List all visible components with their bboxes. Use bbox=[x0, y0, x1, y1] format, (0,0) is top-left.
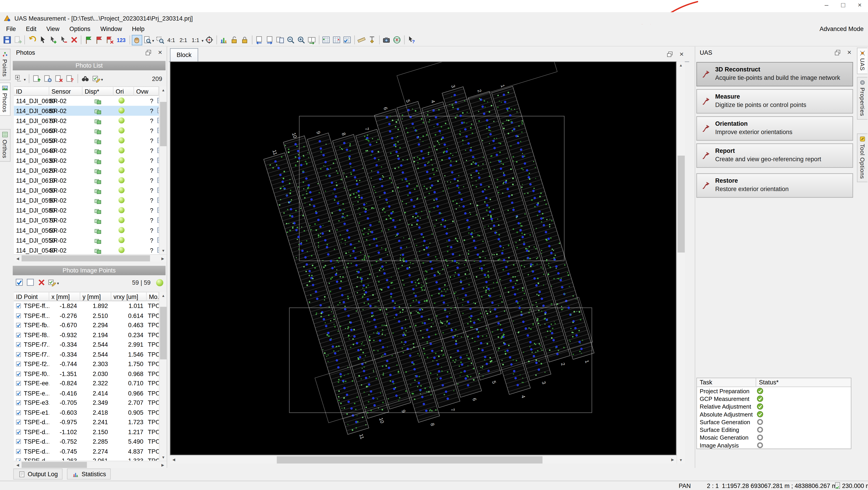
overview-icon[interactable] bbox=[157, 147, 159, 154]
point-row[interactable]: TSPE-f0... -1.351 2.030 0.968 TPO bbox=[14, 369, 159, 379]
close-button[interactable]: × bbox=[851, 0, 868, 11]
scroll-up-icon[interactable] bbox=[159, 292, 167, 299]
toolbar-zoom-2-1-icon[interactable]: 2:1 bbox=[177, 35, 189, 45]
toolbar-zoom-out-icon[interactable] bbox=[285, 35, 296, 45]
photo-row[interactable]: 114_DJI_0610 SR-02 ? bbox=[14, 176, 159, 185]
dropdown-caret-icon[interactable] bbox=[101, 75, 103, 82]
column-header[interactable]: ID Point bbox=[14, 293, 49, 301]
point-row[interactable]: TSPE-d... -1.263 2.061 1.333 TPO bbox=[14, 456, 159, 461]
display-icon[interactable] bbox=[83, 215, 114, 225]
photo-list-scrollbar-vertical[interactable] bbox=[159, 86, 166, 254]
toolbar-image-prev-icon[interactable] bbox=[254, 35, 265, 45]
toolbar-images-sync-icon[interactable] bbox=[307, 35, 317, 45]
minimize-button[interactable]: – bbox=[818, 0, 835, 11]
left-dock-tab[interactable]: Points bbox=[0, 49, 11, 80]
menu-item[interactable]: Window bbox=[95, 24, 127, 34]
scrollbar-thumb[interactable] bbox=[160, 102, 166, 146]
toolbar-select-icon[interactable] bbox=[37, 35, 48, 45]
toolbar-zoom-in-icon[interactable] bbox=[296, 35, 307, 45]
display-icon[interactable] bbox=[83, 116, 114, 126]
display-icon[interactable] bbox=[83, 136, 114, 146]
scrollbar-thumb[interactable] bbox=[22, 462, 87, 468]
point-checkbox[interactable] bbox=[16, 380, 22, 387]
point-row[interactable]: TSPE-e1... -0.603 2.418 0.905 TPO bbox=[14, 408, 159, 418]
point-checkbox[interactable] bbox=[16, 439, 22, 445]
point-row[interactable]: TSPE-d... -0.745 2.274 4.837 TPO bbox=[14, 447, 159, 456]
point-row[interactable]: TSPE-d... -0.752 2.285 5.490 TPO bbox=[14, 437, 159, 447]
scrollbar-thumb[interactable] bbox=[678, 156, 685, 252]
scroll-left-icon[interactable] bbox=[14, 461, 22, 468]
display-icon[interactable] bbox=[83, 235, 114, 245]
toolbar-undo-icon[interactable] bbox=[27, 35, 37, 45]
point-row[interactable]: TSPE-e... -0.416 2.414 0.966 TPO bbox=[14, 389, 159, 398]
right-dock-tab[interactable]: Tool Options bbox=[857, 133, 868, 182]
toolbar-lock-icon[interactable] bbox=[239, 35, 250, 45]
workflow-card[interactable]: Report Create and view geo-referencing r… bbox=[696, 143, 853, 168]
scroll-right-icon[interactable] bbox=[159, 461, 166, 468]
overview-icon[interactable] bbox=[157, 217, 159, 224]
toolbar-flag-clear-icon[interactable] bbox=[104, 35, 115, 45]
photo-row[interactable]: 114_DJI_0590 SR-02 ? bbox=[14, 195, 159, 205]
tab-block[interactable]: Block bbox=[170, 48, 198, 62]
toolbar-point-ids-icon[interactable]: 123 bbox=[115, 35, 128, 45]
point-checkbox[interactable] bbox=[16, 332, 22, 338]
right-dock-tab[interactable]: Properties bbox=[857, 77, 868, 119]
workflow-card[interactable]: Measure Digitize tie points or control p… bbox=[696, 89, 853, 114]
scroll-up-icon[interactable] bbox=[677, 62, 685, 69]
menu-item[interactable]: Options bbox=[64, 24, 95, 34]
point-checkbox[interactable] bbox=[16, 322, 22, 328]
photo-row[interactable]: 114_DJI_0630 SR-02 ? bbox=[14, 156, 159, 165]
toolbar-camera-orientation-icon[interactable] bbox=[381, 35, 392, 45]
scroll-left-icon[interactable] bbox=[170, 456, 178, 463]
toolbar-images-link-icon[interactable] bbox=[275, 35, 285, 45]
toolbar-find-point-icon[interactable] bbox=[204, 35, 215, 45]
toolbar-zoom-4-1-icon[interactable]: 4:1 bbox=[165, 35, 178, 45]
photolist-image-unknown-icon[interactable]: ? bbox=[64, 73, 75, 84]
block-viewport[interactable]: 11111010998877665544332211 bbox=[170, 62, 677, 455]
point-checkbox[interactable] bbox=[16, 429, 22, 435]
overview-icon[interactable] bbox=[157, 207, 159, 214]
close-panel-icon[interactable] bbox=[158, 47, 162, 58]
workflow-card[interactable]: Orientation Improve exterior orientation… bbox=[696, 116, 853, 141]
float-panel-icon[interactable] bbox=[145, 49, 152, 57]
point-checkbox[interactable] bbox=[16, 351, 22, 358]
overview-icon[interactable] bbox=[157, 117, 159, 124]
photolist-check-edit-icon[interactable] bbox=[91, 73, 103, 84]
point-row[interactable]: TSPE-f7... -0.334 2.544 2.991 TPO bbox=[14, 340, 159, 350]
display-icon[interactable] bbox=[83, 245, 114, 254]
scrollbar-thumb[interactable] bbox=[160, 307, 166, 360]
column-header[interactable]: Sensor bbox=[49, 87, 83, 96]
point-row[interactable]: TSPE-f7... -0.334 2.544 1.546 TPO bbox=[14, 350, 159, 360]
toolbar-remove-measure-icon[interactable] bbox=[58, 35, 69, 45]
display-icon[interactable] bbox=[83, 165, 114, 176]
view-scrollbar-horizontal[interactable] bbox=[170, 455, 677, 463]
toolbar-plumb-icon[interactable] bbox=[367, 35, 377, 45]
display-icon[interactable] bbox=[83, 126, 114, 136]
column-header[interactable]: vrxy [um] bbox=[111, 293, 147, 301]
photolist-image-edit-icon[interactable] bbox=[42, 73, 53, 84]
overview-icon[interactable] bbox=[157, 226, 159, 234]
toolbar-table-check-icon[interactable] bbox=[342, 35, 352, 45]
overview-icon[interactable] bbox=[157, 137, 159, 144]
photolist-tree-toggle-icon[interactable] bbox=[14, 73, 26, 84]
toolbar-pan-icon[interactable] bbox=[132, 35, 143, 45]
overview-icon[interactable] bbox=[157, 107, 159, 114]
display-icon[interactable] bbox=[83, 146, 114, 156]
point-row[interactable]: TSPE-ee... -0.824 2.322 0.710 TPO bbox=[14, 379, 159, 389]
float-panel-icon[interactable] bbox=[834, 49, 841, 57]
photo-row[interactable]: 114_DJI_0690 SR-02 ? bbox=[14, 96, 159, 106]
scrollbar-thumb[interactable] bbox=[22, 255, 150, 262]
photo-list-scrollbar-horizontal[interactable] bbox=[14, 254, 166, 262]
photolist-image-remove-icon[interactable] bbox=[53, 73, 64, 84]
toolbar-gps-data-icon[interactable] bbox=[392, 35, 402, 45]
menu-item[interactable]: View bbox=[41, 24, 64, 34]
overview-icon[interactable] bbox=[157, 157, 159, 164]
toolbar-table-gcp-icon[interactable] bbox=[331, 35, 342, 45]
point-row[interactable]: TSPE-ff... -0.276 2.510 0.614 TPO bbox=[14, 311, 159, 320]
display-icon[interactable] bbox=[83, 185, 114, 195]
toolbar-lock-open-icon[interactable] bbox=[229, 35, 240, 45]
toolbar-delete-icon[interactable] bbox=[69, 35, 79, 45]
toolbar-add-measure-icon[interactable] bbox=[48, 35, 58, 45]
display-icon[interactable] bbox=[83, 156, 114, 165]
left-dock-tab[interactable]: Photos bbox=[0, 82, 11, 116]
